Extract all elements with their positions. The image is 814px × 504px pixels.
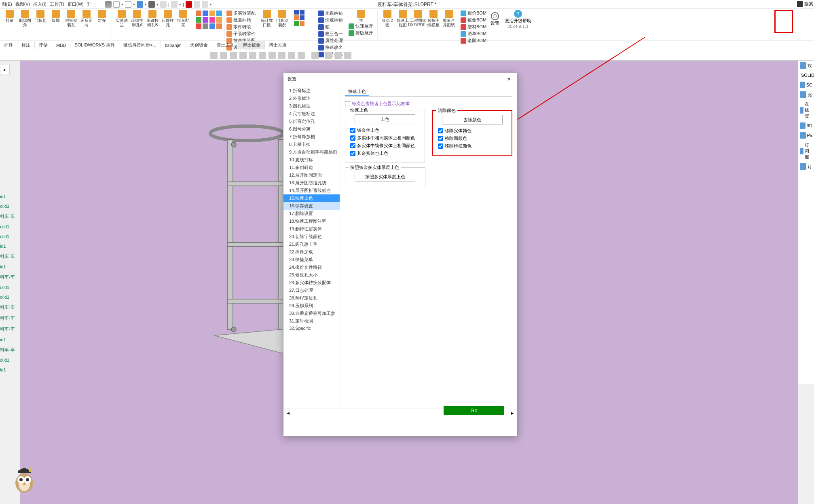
tree-item[interactable]: 11.多倒斜边: [283, 164, 340, 171]
tree-item[interactable]: 29.压铆系列: [283, 302, 340, 310]
ribbon-small-button[interactable]: 清单BOM: [461, 31, 486, 37]
close-button[interactable]: ×: [505, 75, 513, 83]
tree-item[interactable]: 3.圆孔标注: [283, 102, 340, 110]
ribbon-small-button[interactable]: 子装转零件: [226, 31, 256, 37]
tree-item[interactable]: 4.尺寸链标注: [283, 110, 340, 118]
search-box[interactable]: 搜索: [797, 1, 813, 7]
tree-item[interactable]: 13.展开图防拉孔线: [283, 179, 340, 187]
checkbox-option[interactable]: 多实体中镜像实体上相同颜色: [350, 143, 420, 149]
undo-icon[interactable]: [160, 1, 167, 8]
ribbon-button[interactable]: 替换图纸模板: [426, 10, 441, 27]
tree-node[interactable]: olid1: [0, 204, 15, 209]
ribbon-small-button[interactable]: 改三合一: [318, 31, 343, 37]
apply-color-button[interactable]: 上色: [355, 114, 415, 124]
gear-icon[interactable]: [202, 1, 208, 8]
feature-tree-expand[interactable]: ▸: [0, 65, 10, 74]
menu-item[interactable]: 工具(T): [50, 1, 64, 7]
tree-node[interactable]: 料车-车: [0, 315, 15, 321]
tree-item[interactable]: 6.图号分离: [283, 125, 340, 133]
tree-node[interactable]: olid1: [0, 285, 15, 290]
ribbon-small-button[interactable]: 快速纠错: [318, 17, 343, 23]
checkbox-option[interactable]: 钣金件上色: [350, 127, 420, 133]
tree-item[interactable]: 26.多实体转换装配体: [283, 279, 340, 287]
ribbon-button[interactable]: 特征: [2, 10, 17, 27]
tree-item[interactable]: 23.快捷菜单: [283, 256, 340, 264]
content-tab[interactable]: 快速上色: [345, 87, 369, 96]
task-pane-item[interactable]: Pa: [798, 131, 814, 140]
tree-item[interactable]: 20.切除字线颜色: [283, 233, 340, 240]
ribbon-small-button[interactable]: 快速展开: [349, 23, 373, 29]
tree-node[interactable]: 料车-车: [0, 253, 15, 259]
tree-node[interactable]: id1: [0, 194, 15, 199]
tab[interactable]: 标注: [17, 41, 35, 49]
tree-item[interactable]: 31.定时检测: [283, 317, 340, 325]
ribbon-small-button[interactable]: 系数纠错: [318, 10, 343, 16]
view-settings-icon[interactable]: [298, 52, 305, 59]
ribbon-small-button[interactable]: 报价BOM: [461, 10, 486, 16]
ribbon-button[interactable]: 统计数口数: [260, 10, 274, 27]
task-pane-item[interactable]: 订: [798, 162, 814, 171]
display-icon[interactable]: [259, 52, 266, 59]
tab[interactable]: 博士方通: [265, 41, 291, 49]
checkbox-option[interactable]: 其余实体也上色: [350, 150, 420, 156]
ribbon-button[interactable]: 实体法兰: [114, 10, 129, 27]
ribbon-small-button[interactable]: 钣金BOM: [461, 17, 486, 23]
tab[interactable]: 天创钣金: [186, 41, 212, 49]
hide-show-icon[interactable]: [269, 52, 276, 59]
help-button[interactable]: ? 激活升级帮助 2024.9.1.1: [502, 10, 534, 39]
tree-item[interactable]: 5.折弯定位孔: [283, 118, 340, 125]
menu-item[interactable]: 插入(I): [33, 1, 46, 7]
select-icon[interactable]: [171, 1, 178, 8]
tab[interactable]: 微信抖音同步>...: [119, 41, 161, 49]
tree-item[interactable]: 7.折弯释放槽: [283, 133, 340, 141]
ribbon-button[interactable]: 压螺柱孔: [161, 10, 175, 27]
tab[interactable]: MBD: [52, 42, 70, 49]
checkbox-option[interactable]: 移除面颜色: [438, 135, 507, 141]
ribbon-button[interactable]: 门套动装配: [275, 10, 290, 27]
zoom-area-icon[interactable]: [220, 52, 227, 59]
ribbon-small-button[interactable]: 独: [318, 24, 343, 30]
tree-item[interactable]: 28.种焊定位孔: [283, 294, 340, 302]
tree-node[interactable]: 料车-车: [0, 274, 15, 280]
tab[interactable]: 博士钣金: [239, 41, 265, 49]
ribbon-small-button[interactable]: 排版展开: [349, 30, 373, 36]
tab[interactable]: 评估: [35, 41, 52, 49]
checkbox-option[interactable]: 移除特征颜色: [438, 143, 507, 149]
tree-item[interactable]: 16.保存设置: [283, 202, 340, 210]
rotate-icon[interactable]: [334, 52, 342, 59]
tree-node[interactable]: 料车-车: [0, 213, 15, 219]
print-icon[interactable]: [148, 1, 155, 8]
section-icon[interactable]: [239, 52, 247, 59]
settings-button[interactable]: 设置: [488, 10, 502, 39]
checkbox-option[interactable]: 多实体中相同实体上相同颜色: [350, 135, 420, 141]
scene-icon[interactable]: [288, 52, 295, 59]
ribbon-button[interactable]: 正反正向: [79, 10, 94, 27]
ribbon-button[interactable]: 批量配置: [176, 10, 190, 27]
ribbon-small-button[interactable]: 型材BOM: [461, 24, 486, 30]
tree-node[interactable]: 料车-车: [0, 304, 15, 310]
tree-item[interactable]: 27.日志处理: [283, 287, 340, 294]
ribbon-button[interactable]: 压铆拉铆孔A: [130, 10, 144, 27]
tree-node[interactable]: 料车-车: [0, 326, 15, 332]
tab[interactable]: bsbanjin: [161, 42, 186, 49]
tree-node[interactable]: olid1: [0, 234, 15, 239]
ribbon-button[interactable]: 拉: [354, 10, 368, 23]
ribbon-small-button[interactable]: 老鼠BOM: [461, 38, 486, 44]
save-icon[interactable]: [137, 1, 143, 8]
home-icon[interactable]: [105, 1, 112, 8]
tree-node[interactable]: id1: [0, 264, 15, 269]
edit-icon[interactable]: [325, 52, 332, 59]
ribbon-button[interactable]: 删除图角: [18, 10, 32, 27]
ribbon-button[interactable]: 压铆拉铆孔B: [145, 10, 160, 27]
remove-color-button[interactable]: 去除颜色: [442, 115, 503, 124]
ribbon-small-button[interactable]: 批量纠错: [226, 17, 256, 23]
tree-node[interactable]: 料车-车: [0, 347, 15, 353]
tree-item[interactable]: 12.展开图固定面: [283, 171, 340, 179]
tree-node[interactable]: olid1: [0, 358, 15, 363]
tree-item[interactable]: 32.Specific: [283, 325, 340, 331]
tab[interactable]: 焊件: [0, 41, 17, 49]
tree-item[interactable]: 2.外形标注: [283, 95, 340, 102]
tree-item[interactable]: 10.直线打标: [283, 156, 340, 164]
appearance-icon[interactable]: [278, 52, 285, 59]
ribbon-small-button[interactable]: 快速改名: [318, 44, 343, 51]
